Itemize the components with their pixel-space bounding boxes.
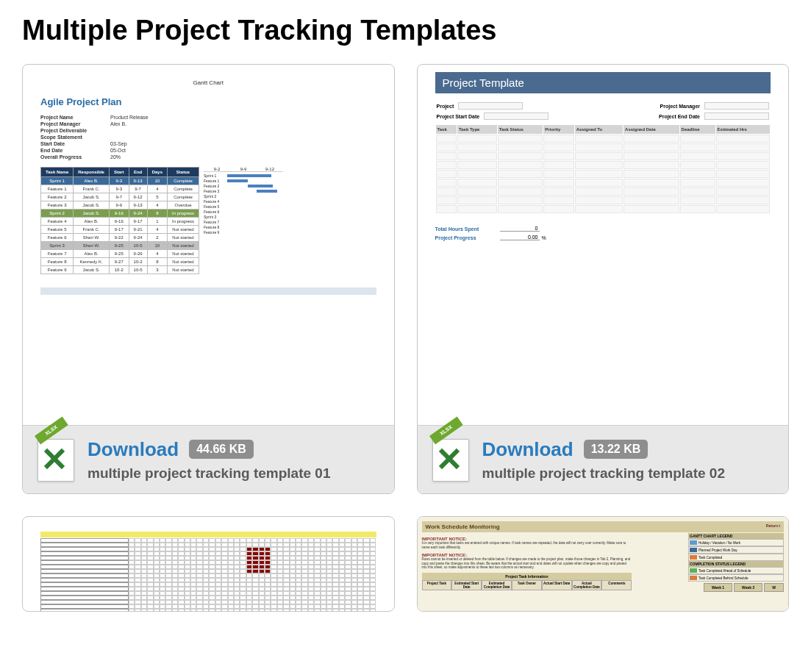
gantt-chart-title: Gantt Chart [40, 79, 376, 86]
gantt-chart: 9-29-99-12 Sprint 1Feature 1Feature 2Fea… [204, 167, 283, 274]
file-size-badge: 13.22 KB [584, 440, 649, 459]
notice-text: It is very important that tasks are ente… [422, 541, 632, 550]
notice-text: Rows cannot be inserted or deleted from … [422, 557, 632, 571]
template-preview: Project Template ProjectProject ManagerP… [418, 65, 789, 425]
template-header: Project Template [435, 72, 771, 93]
download-link[interactable]: Download [87, 438, 179, 461]
template-card: Gantt Chart Agile Project Plan Project N… [22, 64, 395, 494]
task-table: TaskTask TypeTask StatusPriorityAssigned… [435, 124, 771, 214]
plan-meta: Project NameProduct ReleaseProject Manag… [40, 115, 376, 160]
download-link[interactable]: Download [482, 438, 574, 461]
template-card: Project Template ProjectProject ManagerP… [417, 64, 790, 494]
xlsx-file-icon: XLSX [431, 437, 471, 482]
template-card: Work Schedule Monitoring Return t IMPORT… [417, 516, 790, 612]
task-columns: Project TaskEstimated Start DateEstimate… [422, 580, 632, 590]
template-preview: Gantt Chart Agile Project Plan Project N… [23, 65, 394, 425]
return-link: Return t [766, 523, 780, 530]
task-info-header: Project Task Information [422, 573, 632, 580]
legend: GANTT CHART LEGENDHoliday / Vacation / N… [688, 533, 784, 582]
totals: Total Hours Spent0Project Progress0.00% [435, 226, 771, 240]
download-bar: XLSX Download 13.22 KB multiple project … [418, 425, 789, 493]
weeks-row: Week 1Week 2W [704, 583, 784, 592]
xlsx-file-icon: XLSX [36, 437, 76, 482]
template-preview: Work Schedule Monitoring Return t IMPORT… [418, 517, 789, 611]
task-table: Task NameResponsibleStartEndDaysStatusSp… [40, 167, 199, 274]
plan-title: Agile Project Plan [40, 96, 376, 107]
download-bar: XLSX Download 44.66 KB multiple project … [23, 425, 394, 493]
file-size-badge: 44.66 KB [189, 440, 254, 459]
work-schedule-title: Work Schedule Monitoring Return t [422, 521, 785, 532]
scrollbar-placeholder [40, 287, 376, 295]
filename: multiple project tracking template 01 [87, 465, 381, 482]
page-title: Multiple Project Tracking Templates [22, 15, 789, 46]
filename: multiple project tracking template 02 [482, 465, 776, 482]
template-preview [23, 517, 394, 611]
template-card [22, 516, 395, 612]
template-grid: Gantt Chart Agile Project Plan Project N… [22, 64, 789, 612]
